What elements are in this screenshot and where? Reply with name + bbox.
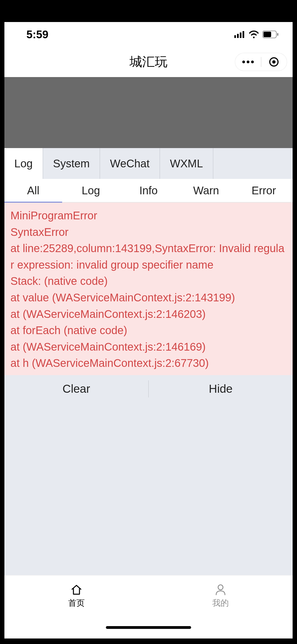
- vconsole-actions: Clear Hide: [4, 375, 293, 403]
- battery-icon: [262, 31, 279, 38]
- log-content[interactable]: MiniProgramError SyntaxError at line:252…: [4, 203, 293, 375]
- svg-rect-0: [234, 35, 236, 38]
- svg-point-7: [242, 61, 245, 63]
- tab-bar-home[interactable]: 首页: [4, 575, 148, 616]
- tab-system[interactable]: System: [43, 148, 100, 179]
- home-indicator-area: [4, 616, 293, 638]
- tab-bar-mine-label: 我的: [212, 597, 229, 609]
- tab-wechat[interactable]: WeChat: [100, 148, 160, 179]
- svg-rect-6: [277, 33, 278, 36]
- svg-point-8: [247, 61, 249, 63]
- capsule-close-button[interactable]: [261, 53, 287, 71]
- svg-point-11: [272, 60, 276, 64]
- target-icon: [269, 57, 279, 67]
- status-icons: [234, 31, 279, 38]
- filter-log[interactable]: Log: [62, 179, 120, 202]
- filter-all[interactable]: All: [4, 179, 62, 202]
- clear-button[interactable]: Clear: [4, 375, 148, 403]
- filter-warn[interactable]: Warn: [177, 179, 235, 202]
- status-bar: 5:59: [4, 22, 293, 47]
- spacer: [4, 403, 293, 575]
- svg-rect-1: [237, 34, 239, 38]
- cellular-icon: [234, 31, 245, 38]
- svg-point-9: [251, 61, 254, 63]
- hide-button[interactable]: Hide: [149, 375, 293, 403]
- svg-point-12: [218, 585, 223, 590]
- status-time: 5:59: [26, 28, 48, 41]
- wifi-icon: [249, 31, 259, 38]
- capsule-menu: [235, 53, 287, 71]
- svg-rect-2: [240, 32, 241, 38]
- user-icon: [214, 583, 227, 596]
- capsule-more-button[interactable]: [235, 53, 261, 71]
- page-title: 城汇玩: [130, 53, 167, 70]
- bottom-tab-bar: 首页 我的: [4, 575, 293, 616]
- filter-info[interactable]: Info: [120, 179, 177, 202]
- more-icon: [242, 60, 254, 64]
- log-entry-error[interactable]: MiniProgramError SyntaxError at line:252…: [4, 203, 293, 375]
- tab-bar-mine[interactable]: 我的: [148, 575, 293, 616]
- tab-wxml[interactable]: WXML: [160, 148, 213, 179]
- filter-error[interactable]: Error: [235, 179, 293, 202]
- home-icon: [70, 583, 83, 596]
- nav-bar: 城汇玩: [4, 47, 293, 77]
- vconsole-main-tabs: Log System WeChat WXML: [4, 148, 293, 179]
- home-indicator[interactable]: [106, 626, 191, 629]
- vconsole-filter-tabs: All Log Info Warn Error: [4, 179, 293, 203]
- tab-log[interactable]: Log: [4, 148, 43, 179]
- svg-rect-5: [263, 32, 271, 37]
- tab-bar-home-label: 首页: [68, 597, 85, 609]
- content-placeholder: [4, 77, 293, 148]
- svg-rect-3: [243, 31, 244, 38]
